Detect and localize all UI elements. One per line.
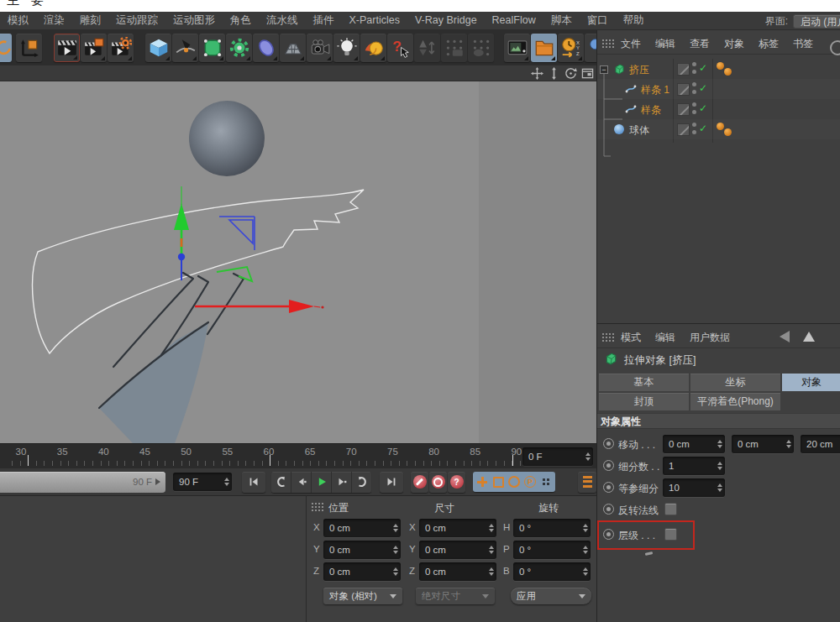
- menu-item[interactable]: X-Particles: [342, 12, 407, 29]
- render-view-button[interactable]: [54, 34, 80, 62]
- size-z-field[interactable]: 0 cm: [419, 562, 496, 581]
- y-axis-gizmo[interactable]: [174, 186, 189, 280]
- search-icon[interactable]: [830, 40, 840, 55]
- menu-item[interactable]: 渲染: [36, 12, 72, 29]
- render-region-button[interactable]: [81, 34, 107, 62]
- timeline-window-button[interactable]: XYZ: [558, 34, 584, 62]
- record-options-button[interactable]: ?: [448, 472, 465, 493]
- object-name[interactable]: 样条: [641, 103, 661, 118]
- object-row-extrude[interactable]: − 挤压 ✓: [597, 59, 840, 79]
- tab-object[interactable]: 对象: [782, 374, 840, 391]
- field-button[interactable]: [253, 34, 279, 62]
- record-keyframe-button[interactable]: [411, 472, 428, 493]
- undo-button[interactable]: [0, 34, 12, 62]
- folder-button[interactable]: [531, 34, 557, 62]
- flip-normals-checkbox[interactable]: [664, 503, 677, 515]
- editor-visibility-dot[interactable]: [692, 62, 696, 66]
- timeline-ruler[interactable]: 30354045505560657075808590 0 F: [0, 443, 596, 468]
- attribute-manager-menu-item[interactable]: 用户数据: [690, 331, 730, 345]
- size-x-field[interactable]: 0 cm: [419, 519, 496, 537]
- key-pla-toggle[interactable]: [538, 473, 554, 490]
- key-scale-toggle[interactable]: [491, 473, 506, 490]
- floor-button[interactable]: [280, 34, 306, 62]
- tab-phong[interactable]: 平滑着色(Phong): [690, 393, 780, 410]
- editor-visibility-dot[interactable]: [692, 123, 696, 127]
- tag-dot[interactable]: [717, 62, 724, 70]
- rot-b-field[interactable]: 0 °: [513, 562, 591, 581]
- menu-item[interactable]: 插件: [306, 12, 342, 29]
- sphere-object[interactable]: [189, 101, 265, 176]
- solo-button[interactable]: [578, 472, 596, 493]
- tag-dot[interactable]: [717, 123, 724, 130]
- object-manager-menu-item[interactable]: 书签: [793, 37, 813, 51]
- extruded-surface[interactable]: [99, 322, 208, 443]
- end-frame-field[interactable]: 0 F: [522, 447, 593, 466]
- parent-up-icon[interactable]: [803, 332, 815, 342]
- interface-layout-select[interactable]: 启动 (用户: [793, 14, 840, 29]
- movement-z-field[interactable]: 20 cm: [801, 435, 840, 453]
- menu-item[interactable]: 脚本: [543, 12, 580, 29]
- tag-dot[interactable]: [724, 128, 732, 136]
- previous-frame-button[interactable]: [291, 472, 312, 493]
- object-row-sphere[interactable]: 球体 ✓: [597, 119, 840, 139]
- menu-item[interactable]: V-Ray Bridge: [407, 12, 485, 29]
- key-parameter-toggle[interactable]: P: [522, 473, 538, 490]
- object-manager-menu-item[interactable]: 查看: [690, 37, 710, 51]
- autokey-button[interactable]: [429, 472, 447, 493]
- material-manager-panel[interactable]: [0, 495, 306, 622]
- menu-item[interactable]: 窗口: [580, 12, 616, 29]
- snap-button[interactable]: [414, 34, 440, 62]
- layer-chip[interactable]: [677, 123, 690, 136]
- current-frame-field[interactable]: 90 F: [173, 473, 232, 491]
- quantize-b-button[interactable]: [468, 34, 494, 62]
- pos-x-field[interactable]: 0 cm: [323, 519, 401, 537]
- menu-item[interactable]: 帮助: [616, 12, 652, 29]
- enabled-check[interactable]: ✓: [699, 123, 707, 134]
- keyframe-circle[interactable]: [603, 438, 614, 449]
- viewport[interactable]: [0, 65, 596, 443]
- display-button[interactable]: [504, 34, 530, 62]
- coordinate-system-button[interactable]: [16, 34, 42, 62]
- editor-visibility-dot[interactable]: [692, 82, 696, 86]
- menu-item[interactable]: RealFlow: [485, 12, 543, 29]
- tab-coordinates[interactable]: 坐标: [690, 374, 780, 391]
- key-rotation-toggle[interactable]: [507, 473, 522, 490]
- pos-y-field[interactable]: 0 cm: [323, 541, 401, 559]
- enabled-check[interactable]: ✓: [699, 82, 707, 94]
- keyframe-circle[interactable]: [603, 504, 614, 515]
- size-y-field[interactable]: 0 cm: [419, 541, 496, 559]
- layer-chip[interactable]: [677, 63, 690, 76]
- key-position-toggle[interactable]: [475, 473, 490, 490]
- play-reverse-button[interactable]: [271, 472, 291, 493]
- history-back-icon[interactable]: [780, 331, 790, 342]
- subdivision-field[interactable]: 1: [663, 457, 725, 475]
- object-row-spline1[interactable]: 样条 1 ✓: [597, 79, 840, 99]
- layer-chip[interactable]: [677, 103, 690, 116]
- object-row-spline[interactable]: 样条 ✓: [597, 99, 840, 119]
- help-button[interactable]: ?: [387, 34, 413, 62]
- iso-subdivision-field[interactable]: 10: [663, 478, 725, 497]
- layer-chip[interactable]: [677, 83, 690, 96]
- viewport-rotate-button[interactable]: [563, 66, 579, 81]
- menu-item[interactable]: 运动图形: [165, 12, 223, 29]
- camera-button[interactable]: [307, 34, 333, 62]
- object-manager-menu-item[interactable]: 编辑: [655, 37, 675, 51]
- play-loop-button[interactable]: [352, 472, 371, 493]
- collapse-expander[interactable]: −: [600, 65, 608, 74]
- sky-button[interactable]: [360, 34, 386, 62]
- panel-handle-icon[interactable]: [311, 502, 323, 513]
- size-mode-dropdown[interactable]: 绝对尺寸: [416, 588, 495, 604]
- render-visibility-dot[interactable]: [692, 90, 696, 94]
- render-settings-button[interactable]: [108, 34, 134, 62]
- rot-h-field[interactable]: 0 °: [513, 519, 591, 537]
- viewport-zoom-button[interactable]: [546, 66, 562, 81]
- attribute-manager-menu-item[interactable]: 编辑: [655, 331, 675, 345]
- menu-item[interactable]: 模拟: [0, 12, 36, 29]
- next-frame-button[interactable]: [332, 472, 352, 493]
- apply-button[interactable]: 应用: [511, 588, 591, 604]
- end-frame-spinner[interactable]: [583, 447, 593, 466]
- tag-dot[interactable]: [724, 68, 732, 76]
- attribute-manager-menu-item[interactable]: 模式: [621, 331, 641, 345]
- coordinate-mode-dropdown[interactable]: 对象 (相对): [323, 588, 402, 604]
- viewport-pan-button[interactable]: [529, 66, 545, 81]
